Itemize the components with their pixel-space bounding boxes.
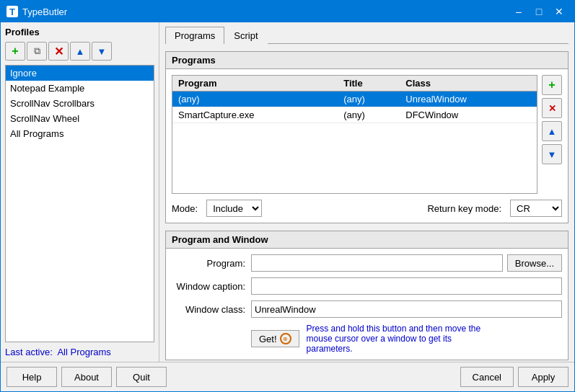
- window-class-label: Window class:: [172, 304, 251, 315]
- table-row[interactable]: (any) (any) UnrealWindow: [172, 92, 537, 107]
- row1-title: (any): [338, 92, 400, 107]
- browse-button[interactable]: Browse...: [507, 254, 562, 272]
- title-bar: T TypeButler – □ ✕: [1, 1, 574, 22]
- row2-class: DFCWindow: [400, 107, 537, 123]
- tab-script[interactable]: Script: [224, 27, 267, 44]
- programs-area: Program Title Class (any) (any): [172, 75, 562, 194]
- main-window: T TypeButler – □ ✕ Profiles + ⧉ ✕: [0, 0, 575, 392]
- add-program-icon: +: [548, 79, 555, 92]
- delete-icon: ✕: [54, 45, 63, 58]
- copy-icon: ⧉: [34, 45, 40, 57]
- get-hint: Press and hold this button and then move…: [307, 324, 494, 354]
- last-active-value: All Programs: [57, 347, 110, 357]
- window-controls: – □ ✕: [509, 4, 569, 19]
- profile-item-all-programs[interactable]: All Programs: [6, 126, 154, 141]
- window-class-row: Window class:: [172, 300, 562, 318]
- col-class: Class: [400, 76, 537, 92]
- maximize-button[interactable]: □: [530, 4, 548, 19]
- app-icon-text: T: [9, 6, 15, 17]
- last-active-label: Last active:: [5, 347, 53, 357]
- delete-program-icon: ✕: [548, 103, 556, 114]
- quit-button[interactable]: Quit: [116, 367, 167, 387]
- move-program-down-icon: ▼: [548, 149, 557, 160]
- profile-item-ignore[interactable]: Ignore: [6, 66, 154, 81]
- row1-class: UnrealWindow: [400, 92, 537, 107]
- right-panel: Programs Script Programs Program Title: [159, 22, 574, 362]
- mode-row: Mode: Include Exclude Return key mode: C…: [172, 200, 562, 217]
- return-key-select[interactable]: CR LF CR+LF: [510, 200, 562, 217]
- add-icon: +: [12, 45, 18, 58]
- about-button[interactable]: About: [61, 367, 112, 387]
- get-button[interactable]: Get! ⊕: [251, 330, 299, 347]
- window-caption-row: Window caption:: [172, 277, 562, 295]
- profiles-header: Profiles: [5, 27, 154, 37]
- copy-profile-button[interactable]: ⧉: [27, 42, 47, 61]
- left-panel: Profiles + ⧉ ✕ ▲ ▼ Ignore: [1, 22, 159, 362]
- row1-program: (any): [172, 92, 338, 107]
- profile-item-scrollnav-wheel[interactable]: ScrollNav Wheel: [6, 111, 154, 126]
- get-row: Get! ⊕ Press and hold this button and th…: [172, 324, 562, 354]
- programs-side-buttons: + ✕ ▲ ▼: [542, 75, 562, 194]
- programs-section-header: Programs: [166, 52, 568, 69]
- move-up-button[interactable]: ▲: [70, 42, 90, 61]
- mode-label: Mode:: [172, 203, 198, 214]
- window-title: TypeButler: [22, 6, 509, 17]
- profiles-toolbar: + ⧉ ✕ ▲ ▼: [5, 42, 154, 61]
- target-icon: ⊕: [280, 333, 291, 344]
- apply-button[interactable]: Apply: [518, 367, 569, 387]
- table-row[interactable]: SmartCapture.exe (any) DFCWindow: [172, 107, 537, 123]
- row2-title: (any): [338, 107, 400, 123]
- delete-program-button[interactable]: ✕: [542, 98, 562, 118]
- profile-item-scrollnav-scrollbars[interactable]: ScrollNav Scrollbars: [6, 96, 154, 111]
- program-field-label: Program:: [172, 258, 251, 269]
- program-window-section: Program and Window Program: Browse... Wi…: [165, 231, 569, 360]
- help-button[interactable]: Help: [6, 367, 57, 387]
- close-button[interactable]: ✕: [550, 4, 569, 19]
- programs-section-content: Program Title Class (any) (any): [166, 69, 568, 223]
- main-content: Profiles + ⧉ ✕ ▲ ▼ Ignore: [1, 22, 574, 362]
- pw-section-header: Program and Window: [166, 231, 568, 249]
- minimize-button[interactable]: –: [509, 4, 528, 19]
- down-arrow-icon: ▼: [97, 46, 107, 57]
- up-arrow-icon: ▲: [76, 46, 85, 57]
- programs-section: Programs Program Title Class: [165, 51, 569, 223]
- delete-profile-button[interactable]: ✕: [48, 42, 69, 61]
- cancel-button[interactable]: Cancel: [460, 367, 514, 387]
- programs-table-wrap: Program Title Class (any) (any): [172, 75, 537, 194]
- row2-program: SmartCapture.exe: [172, 107, 338, 123]
- mode-select[interactable]: Include Exclude: [206, 200, 262, 217]
- tab-bar: Programs Script: [165, 27, 569, 44]
- return-key-label: Return key mode:: [427, 203, 501, 214]
- tab-programs[interactable]: Programs: [165, 27, 224, 44]
- window-caption-field[interactable]: [251, 277, 562, 295]
- program-field[interactable]: [251, 254, 503, 272]
- last-active-row: Last active: All Programs: [5, 347, 154, 357]
- app-icon: T: [6, 6, 18, 17]
- programs-table: Program Title Class (any) (any): [172, 76, 537, 123]
- move-program-up-button[interactable]: ▲: [542, 121, 562, 141]
- pw-section-content: Program: Browse... Window caption: Windo…: [166, 249, 568, 360]
- col-program: Program: [172, 76, 338, 92]
- window-class-field[interactable]: [251, 300, 562, 318]
- col-title: Title: [338, 76, 400, 92]
- profile-item-notepad[interactable]: Notepad Example: [6, 81, 154, 96]
- get-label: Get!: [259, 334, 277, 344]
- window-caption-label: Window caption:: [172, 281, 251, 292]
- program-row: Program: Browse...: [172, 254, 562, 272]
- move-program-down-button[interactable]: ▼: [542, 144, 562, 164]
- profile-list: Ignore Notepad Example ScrollNav Scrollb…: [5, 65, 154, 342]
- bottom-bar: Help About Quit Cancel Apply: [1, 362, 574, 391]
- add-profile-button[interactable]: +: [5, 42, 25, 61]
- move-program-up-icon: ▲: [548, 126, 557, 137]
- move-down-button[interactable]: ▼: [92, 42, 112, 61]
- add-program-button[interactable]: +: [542, 75, 562, 95]
